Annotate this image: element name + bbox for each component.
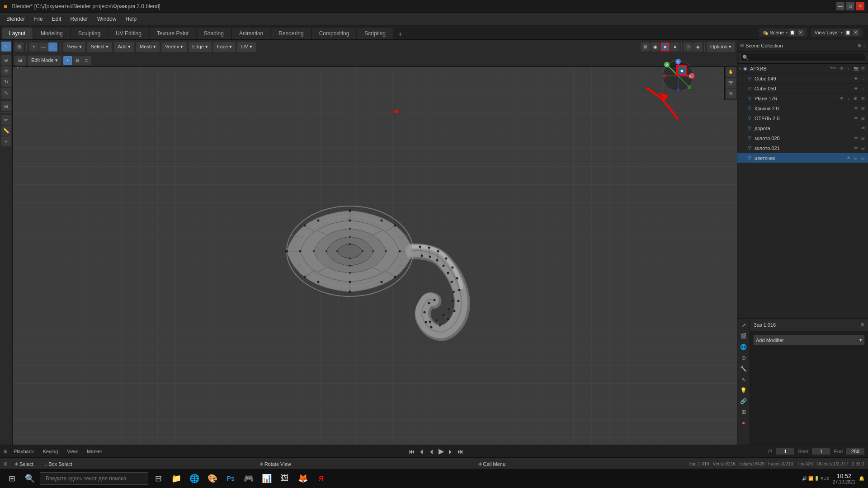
extra-btn[interactable]: ⊟ xyxy=(860,105,866,112)
chart-icon[interactable]: 📊 xyxy=(259,470,275,487)
viewport-shading-rendered[interactable]: ● xyxy=(670,42,679,52)
scene-properties-icon[interactable]: 🎬 xyxy=(739,331,749,341)
play-reverse-button[interactable]: ⏴ xyxy=(429,448,435,455)
editor-type-button[interactable]: ⊞ xyxy=(14,42,24,52)
menu-edit[interactable]: Edit xyxy=(47,13,66,25)
tab-sculpting[interactable]: Sculpting xyxy=(71,28,108,39)
extra-btn[interactable]: ⊟ xyxy=(860,145,866,151)
tab-animation[interactable]: Animation xyxy=(232,28,270,39)
active-tool-icon[interactable]: ↗ xyxy=(739,320,749,330)
data-icon[interactable]: ⊞ xyxy=(739,407,749,417)
taskbar-search-input[interactable] xyxy=(40,472,148,485)
select-menu-button[interactable]: Select ▾ xyxy=(87,42,113,52)
menu-help[interactable]: Help xyxy=(121,13,141,25)
tab-uv-editing[interactable]: UV Editing xyxy=(108,28,149,39)
outliner-item-arhiv[interactable]: ▾ ◉ АРХИВ V₉₉₉ 👁 ↓ 📷 ⊞ xyxy=(737,64,868,74)
outliner-search-input[interactable] xyxy=(740,53,865,62)
render-btn[interactable]: 📷 xyxy=(853,66,859,72)
visibility-btn[interactable]: 👁 xyxy=(853,105,859,112)
firefox-icon[interactable]: 🦊 xyxy=(295,470,311,487)
menu-render[interactable]: Render xyxy=(66,13,92,25)
maximize-button[interactable]: □ xyxy=(846,2,854,10)
rotate-view-button[interactable]: ✋ xyxy=(726,67,736,77)
hide-btn[interactable]: ↓ xyxy=(845,66,852,72)
jump-start-button[interactable]: ⏮ xyxy=(409,448,415,455)
menu-blender[interactable]: Blender xyxy=(2,13,29,25)
search-button[interactable]: 🔍 xyxy=(22,470,38,487)
face-mode-btn[interactable]: □ xyxy=(82,56,91,65)
extra-btn[interactable]: ⊟ xyxy=(860,115,866,122)
overlay-toggle[interactable]: ⊙ xyxy=(684,42,693,52)
xray-toggle[interactable]: ◈ xyxy=(693,42,703,52)
add-menu-button[interactable]: Add ▾ xyxy=(114,42,134,52)
outliner-item-doroga[interactable]: ▽ дорога 👁 xyxy=(737,123,868,133)
outliner-item-hotel[interactable]: ▽ ОТЕЛЬ 2.0 👁 ⊟ xyxy=(737,113,868,123)
game-icon[interactable]: 🎮 xyxy=(241,470,257,487)
outliner-sync-button[interactable]: ↕ xyxy=(863,43,865,48)
outliner-item-tsvetochek[interactable]: ▽ цветочек 👁 ⊟ ⊞ xyxy=(737,153,868,163)
edge-menu-button[interactable]: Edge ▾ xyxy=(189,42,212,52)
face-select-button[interactable]: □ xyxy=(48,42,57,52)
hide-btn[interactable]: ↓ xyxy=(860,75,866,82)
data-btn[interactable]: ⊞ xyxy=(860,66,866,72)
timeline-editor-icon[interactable]: ⊞ xyxy=(4,449,7,454)
vertex-menu-button[interactable]: Vertex ▾ xyxy=(161,42,187,52)
world-properties-icon[interactable]: 🌐 xyxy=(739,342,749,352)
tab-layout[interactable]: Layout xyxy=(2,28,33,39)
photo-icon[interactable]: 🖼 xyxy=(277,470,293,487)
browser-button[interactable]: 🌐 xyxy=(186,470,203,487)
uv-menu-button[interactable]: UV ▾ xyxy=(237,42,255,52)
face-menu-button[interactable]: Face ▾ xyxy=(213,42,236,52)
outliner-item-zoloto020[interactable]: ▽ золото.020 👁 ⊟ xyxy=(737,133,868,143)
tab-texture-paint[interactable]: Texture Paint xyxy=(150,28,196,39)
scale-tool-button[interactable]: ⤡ xyxy=(1,88,11,98)
minimize-button[interactable]: — xyxy=(836,2,844,10)
next-frame-button[interactable]: ⏵ xyxy=(448,448,454,455)
visibility-btn[interactable]: 👁 xyxy=(845,155,852,161)
current-frame-input[interactable] xyxy=(776,448,794,455)
visibility-btn[interactable]: 👁 xyxy=(838,95,844,102)
annotate-tool-button[interactable]: ✏ xyxy=(1,115,11,125)
measure-tool-button[interactable]: 📏 xyxy=(1,126,11,136)
menu-file[interactable]: File xyxy=(29,13,47,25)
visibility-btn[interactable]: 👁 xyxy=(838,66,844,72)
mode-selector[interactable]: Edit Mode ▾ xyxy=(28,56,61,66)
visibility-btn[interactable]: 👁 xyxy=(853,75,859,82)
extra-btn[interactable]: ⊟ xyxy=(860,135,866,141)
tab-rendering[interactable]: Rendering xyxy=(271,28,311,39)
menu-window[interactable]: Window xyxy=(93,13,121,25)
options-button[interactable]: Options ▾ xyxy=(707,42,735,52)
task-view-button[interactable]: ⊟ xyxy=(150,470,166,487)
cursor-tool-button[interactable]: ⊕ xyxy=(1,55,11,65)
jump-end-button[interactable]: ⏭ xyxy=(458,448,464,455)
outliner-filter-button[interactable]: ⊞ xyxy=(858,43,861,48)
viewport-shading-solid[interactable]: ◉ xyxy=(651,42,660,52)
blender-taskbar-icon[interactable]: 🎨 xyxy=(204,470,221,487)
camera-button[interactable]: 📷 xyxy=(726,78,736,88)
windows-start-button[interactable]: ⊞ xyxy=(4,470,20,487)
add-workspace-button[interactable]: + xyxy=(394,28,406,39)
tab-shading[interactable]: Shading xyxy=(197,28,231,39)
end-frame-input[interactable] xyxy=(846,448,864,455)
rotate-tool-button[interactable]: ↻ xyxy=(1,77,11,87)
object-properties-icon[interactable]: ⊙ xyxy=(739,353,749,363)
vertex-select-button[interactable]: • xyxy=(29,42,38,52)
extra2-btn[interactable]: ⊞ xyxy=(860,155,866,161)
visibility-btn[interactable]: 👁 xyxy=(860,125,866,131)
notification-button[interactable]: 🔔 xyxy=(859,476,864,481)
viewport-shading-wire[interactable]: ⊠ xyxy=(641,42,650,52)
edge-mode-btn[interactable]: ⊟ xyxy=(73,56,82,65)
hide-btn[interactable]: ↓ xyxy=(860,85,866,92)
transform-tool-button[interactable]: ⊞ xyxy=(1,101,11,111)
outliner-item-krysha[interactable]: ▽ Крыша 2.0 👁 ⊟ xyxy=(737,103,868,113)
material-icon[interactable]: ● xyxy=(739,418,749,428)
move-tool-button[interactable]: ✛ xyxy=(1,66,11,76)
view-menu[interactable]: View xyxy=(64,448,80,455)
yandex-icon[interactable]: Я xyxy=(313,470,329,487)
start-frame-input[interactable] xyxy=(812,448,830,455)
playback-menu[interactable]: Playback xyxy=(11,448,37,455)
viewport-shading-material[interactable]: ■ xyxy=(660,42,670,52)
outliner-item-cube049[interactable]: ▽ Cube.049 👁 ↓ xyxy=(737,74,868,84)
particles-icon[interactable]: ∿ xyxy=(739,375,749,385)
select-tool-button[interactable]: ↖ xyxy=(1,42,11,52)
